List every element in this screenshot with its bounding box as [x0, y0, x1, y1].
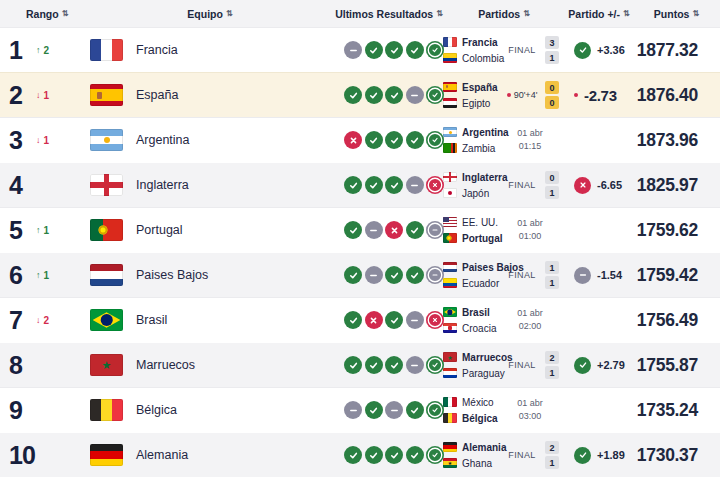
delta-win-icon — [574, 42, 591, 59]
table-row[interactable]: 7 ↓ 2 Brasil Brasil Croacia 01 abr — [0, 297, 720, 342]
home-team-name: EE. UU. — [462, 217, 498, 228]
result-win-icon — [385, 356, 403, 374]
points-value: 1756.49 — [633, 310, 720, 331]
match-teams: México Bélgica — [443, 397, 501, 424]
result-win-icon — [365, 446, 383, 464]
match-cell[interactable]: Marruecos Paraguay FINAL 21 — [443, 351, 565, 379]
rank-cell: 10 — [0, 441, 85, 470]
result-draw-icon — [344, 41, 362, 59]
result-draw-icon — [426, 221, 444, 239]
table-row[interactable]: 9 Bélgica México Bélgica 01 abr03:00 — [0, 387, 720, 432]
team-cell[interactable]: Francia — [85, 39, 335, 61]
match-delta-cell: -6.65 — [565, 177, 633, 194]
last-results — [335, 356, 443, 374]
rank-cell: 4 — [0, 171, 85, 200]
team-cell[interactable]: Inglaterra — [85, 174, 335, 196]
sort-icon: ⇅ — [692, 10, 699, 18]
team-cell[interactable]: España — [85, 84, 335, 106]
away-flag-icon — [443, 278, 457, 288]
match-status: FINAL — [501, 45, 543, 55]
match-teams: Brasil Croacia — [443, 307, 501, 334]
table-row[interactable]: 5 ↑ 1 Portugal EE. UU. Portugal 01 — [0, 207, 720, 252]
result-win-icon — [426, 41, 444, 59]
movement-amount: 1 — [44, 225, 50, 236]
match-cell[interactable]: España Egipto 90'+4' 00 — [443, 81, 565, 109]
team-cell[interactable]: Paises Bajos — [85, 264, 335, 286]
team-cell[interactable]: Marruecos — [85, 354, 335, 376]
away-flag-icon — [443, 188, 457, 198]
away-flag-icon — [443, 233, 457, 243]
result-win-icon — [344, 176, 362, 194]
rank-number: 7 — [9, 306, 30, 335]
away-flag-icon — [443, 98, 457, 108]
team-flag-icon — [90, 39, 123, 61]
last-results — [335, 131, 443, 149]
match-cell[interactable]: Argentina Zambia 01 abr01:15 — [443, 127, 565, 154]
result-win-icon — [365, 131, 383, 149]
match-teams: Inglaterra Japón — [443, 172, 501, 199]
result-win-icon — [385, 176, 403, 194]
sort-icon: ⇅ — [623, 10, 630, 18]
table-row[interactable]: 8 Marruecos Marruecos Paraguay FINAL 21 — [0, 342, 720, 387]
team-name: Marruecos — [136, 358, 195, 372]
team-flag-icon — [90, 444, 123, 466]
home-flag-icon — [443, 82, 457, 92]
home-flag-icon — [443, 127, 457, 137]
table-row[interactable]: 1 ↑ 2 Francia Francia Colombia FIN — [0, 27, 720, 72]
score-box: 2 — [545, 351, 559, 364]
score-box: 2 — [545, 441, 559, 454]
match-cell[interactable]: Inglaterra Japón FINAL 01 — [443, 171, 565, 199]
result-draw-icon — [406, 311, 424, 329]
rank-cell: 3 ↓ 1 — [0, 126, 85, 155]
sort-icon: ⇅ — [436, 10, 443, 18]
result-win-icon — [385, 311, 403, 329]
result-win-icon — [365, 401, 383, 419]
result-win-icon — [365, 176, 383, 194]
away-team-name: Paraguay — [462, 368, 505, 379]
ranking-table: Rango ⇅ Equipo ⇅ Ultimos Resultados ⇅ Pa… — [0, 0, 720, 481]
movement-amount: 2 — [44, 315, 50, 326]
rank-movement: ↑ 1 — [36, 225, 49, 236]
team-name: Francia — [136, 43, 178, 57]
team-flag-icon — [90, 264, 123, 286]
table-row[interactable]: 6 ↑ 1 Paises Bajos Paises Bajos Ecuador — [0, 252, 720, 297]
team-cell[interactable]: Alemania — [85, 444, 335, 466]
result-draw-icon — [385, 401, 403, 419]
table-row[interactable]: 10 Alemania Alemania Ghana FINAL 21 — [0, 432, 720, 477]
match-scores: 00 — [543, 81, 559, 109]
home-flag-icon — [443, 172, 457, 182]
column-header-equipo[interactable]: Equipo ⇅ — [85, 8, 335, 20]
movement-down-icon: ↓ — [36, 90, 41, 100]
result-win-icon — [385, 266, 403, 284]
match-away-team: Croacia — [443, 323, 501, 334]
column-header-rango[interactable]: Rango ⇅ — [0, 8, 85, 20]
match-cell[interactable]: Alemania Ghana FINAL 21 — [443, 441, 565, 469]
match-away-team: Colombia — [443, 53, 501, 64]
team-cell[interactable]: Argentina — [85, 129, 335, 151]
match-status: FINAL — [501, 360, 543, 370]
column-header-partido-delta[interactable]: Partido +/- ⇅ — [565, 8, 633, 20]
table-row[interactable]: 2 ↓ 1 España España Egipto 90'+4' — [0, 72, 720, 117]
column-header-puntos[interactable]: Puntos ⇅ — [633, 8, 720, 20]
match-teams: España Egipto — [443, 82, 501, 109]
column-header-ultimos-resultados[interactable]: Ultimos Resultados ⇅ — [335, 8, 443, 20]
match-cell[interactable]: Paises Bajos Ecuador FINAL 11 — [443, 261, 565, 289]
match-cell[interactable]: Brasil Croacia 01 abr02:00 — [443, 307, 565, 334]
result-win-icon — [344, 356, 362, 374]
match-status: 01 abr03:00 — [501, 397, 559, 423]
match-cell[interactable]: México Bélgica 01 abr03:00 — [443, 397, 565, 424]
rank-number: 4 — [9, 171, 30, 200]
result-win-icon — [344, 221, 362, 239]
rank-cell: 5 ↑ 1 — [0, 216, 85, 245]
final-label: FINAL — [508, 450, 536, 460]
table-row[interactable]: 4 Inglaterra Inglaterra Japón FINAL 01 — [0, 162, 720, 207]
points-value: 1759.62 — [633, 220, 720, 241]
match-cell[interactable]: EE. UU. Portugal 01 abr01:00 — [443, 217, 565, 244]
table-row[interactable]: 3 ↓ 1 Argentina Argentina Zambia 0 — [0, 117, 720, 162]
match-cell[interactable]: Francia Colombia FINAL 31 — [443, 36, 565, 64]
team-cell[interactable]: Portugal — [85, 219, 335, 241]
team-cell[interactable]: Bélgica — [85, 399, 335, 421]
column-header-partidos[interactable]: Partidos ⇅ — [443, 8, 565, 20]
points-value: 1755.87 — [633, 355, 720, 376]
team-cell[interactable]: Brasil — [85, 309, 335, 331]
